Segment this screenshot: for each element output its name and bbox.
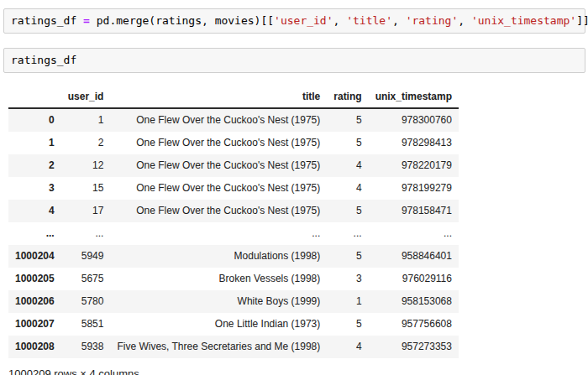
code-token-plain: ratings_df [11, 54, 76, 66]
table-cell: One Little Indian (1973) [110, 313, 327, 336]
table-cell: 5 [327, 245, 368, 268]
table-cell: 3 [327, 268, 368, 290]
table-cell: 5938 [61, 336, 111, 358]
code-token-string: 'user_id' [274, 14, 333, 27]
dataframe-body: 01One Flew Over the Cuckoo's Nest (1975)… [8, 108, 459, 358]
table-cell: One Flew Over the Cuckoo's Nest (1975) [110, 177, 327, 200]
table-cell: 978300760 [369, 108, 459, 132]
column-header-user-id: user_id [61, 87, 111, 108]
row-index-cell: 1000205 [8, 268, 61, 290]
table-row: 315One Flew Over the Cuckoo's Nest (1975… [8, 177, 459, 200]
code-token-plain: , [392, 14, 406, 27]
row-index-cell: 4 [8, 200, 61, 222]
table-cell: 5675 [61, 268, 111, 290]
row-index-cell: 1000206 [8, 290, 61, 313]
table-cell: 978220179 [369, 154, 459, 177]
code-token-plain: pd.merge(ratings, movies)[[ [90, 14, 274, 27]
table-cell: 978298413 [369, 132, 459, 154]
table-cell: 17 [61, 200, 111, 222]
code-token-string: 'unix_timestamp' [471, 14, 576, 27]
table-row: 10002065780White Boys (1999)1958153068 [8, 290, 459, 313]
table-cell: Five Wives, Three Secretaries and Me (19… [110, 336, 327, 358]
row-index-cell: 1000208 [8, 336, 61, 358]
table-cell: 976029116 [369, 268, 459, 290]
dataframe-shape-caption: 1000209 rows × 4 columns [8, 367, 585, 375]
table-cell: 958153068 [369, 290, 459, 313]
table-cell: ... [110, 222, 327, 245]
table-cell: ... [61, 222, 111, 245]
dataframe-output: user_id title rating unix_timestamp 01On… [8, 87, 585, 375]
row-index-cell: 0 [8, 108, 61, 132]
table-cell: 1 [327, 290, 368, 313]
code-line[interactable]: ratings_df = pd.merge(ratings, movies)[[… [11, 14, 578, 28]
dataframe-header: user_id title rating unix_timestamp [8, 87, 459, 108]
table-cell: Broken Vessels (1998) [110, 268, 327, 290]
table-cell: One Flew Over the Cuckoo's Nest (1975) [110, 154, 327, 177]
row-index-cell: 1000207 [8, 313, 61, 336]
table-row: 12One Flew Over the Cuckoo's Nest (1975)… [8, 132, 459, 154]
table-cell: 958846401 [369, 245, 459, 268]
code-line[interactable]: ratings_df [11, 54, 578, 67]
notebook: ratings_df = pd.merge(ratings, movies)[[… [0, 0, 588, 375]
code-input-cell-1[interactable]: ratings_df = pd.merge(ratings, movies)[[… [3, 8, 585, 34]
table-cell: 2 [61, 132, 111, 154]
table-cell: 978158471 [369, 200, 459, 222]
table-cell: ... [369, 222, 459, 245]
table-row: 10002055675Broken Vessels (1998)39760291… [8, 268, 459, 290]
table-cell: 957756608 [369, 313, 459, 336]
table-cell: One Flew Over the Cuckoo's Nest (1975) [110, 132, 327, 154]
table-row: 417One Flew Over the Cuckoo's Nest (1975… [8, 200, 459, 222]
column-header-rating: rating [327, 87, 368, 108]
table-row: 10002045949Modulations (1998)5958846401 [8, 245, 459, 268]
table-cell: 5 [327, 200, 368, 222]
header-row: user_id title rating unix_timestamp [8, 87, 459, 108]
table-cell: 978199279 [369, 177, 459, 200]
table-cell: 5851 [61, 313, 111, 336]
row-index-cell: 3 [8, 177, 61, 200]
row-index-cell: 1000204 [8, 245, 61, 268]
table-cell: 5 [327, 108, 368, 132]
row-index-cell: ... [8, 222, 61, 245]
code-input-cell-2[interactable]: ratings_df [3, 48, 585, 73]
row-index-cell: 2 [8, 154, 61, 177]
table-cell: 5 [327, 313, 368, 336]
table-cell: 4 [327, 177, 368, 200]
code-token-operator: = [83, 14, 90, 27]
table-row: ............... [8, 222, 459, 245]
code-token-string: 'rating' [406, 14, 459, 27]
table-cell: 4 [327, 336, 368, 358]
table-row: 10002075851One Little Indian (1973)59577… [8, 313, 459, 336]
code-token-string: 'title' [346, 14, 392, 27]
table-cell: 15 [61, 177, 111, 200]
table-cell: One Flew Over the Cuckoo's Nest (1975) [110, 108, 327, 132]
table-cell: 4 [327, 154, 368, 177]
table-row: 01One Flew Over the Cuckoo's Nest (1975)… [8, 108, 459, 132]
table-cell: 5 [327, 132, 368, 154]
row-index-cell: 1 [8, 132, 61, 154]
index-column-header [8, 87, 61, 108]
table-cell: 5780 [61, 290, 111, 313]
table-cell: Modulations (1998) [110, 245, 327, 268]
table-row: 10002085938Five Wives, Three Secretaries… [8, 336, 459, 358]
table-cell: One Flew Over the Cuckoo's Nest (1975) [110, 200, 327, 222]
table-cell: 12 [61, 154, 111, 177]
code-token-plain: , [458, 14, 471, 27]
table-cell: White Boys (1999) [110, 290, 327, 313]
table-cell: 957273353 [369, 336, 459, 358]
code-token-plain: , [333, 14, 347, 27]
table-cell: ... [327, 222, 368, 245]
code-token-plain: ratings_df [11, 14, 83, 27]
table-cell: 1 [61, 108, 111, 132]
column-header-unix-timestamp: unix_timestamp [369, 87, 459, 108]
column-header-title: title [110, 87, 327, 108]
dataframe-table: user_id title rating unix_timestamp 01On… [8, 87, 459, 358]
table-row: 212One Flew Over the Cuckoo's Nest (1975… [8, 154, 459, 177]
table-cell: 5949 [61, 245, 111, 268]
code-token-plain: ]] [576, 14, 588, 27]
